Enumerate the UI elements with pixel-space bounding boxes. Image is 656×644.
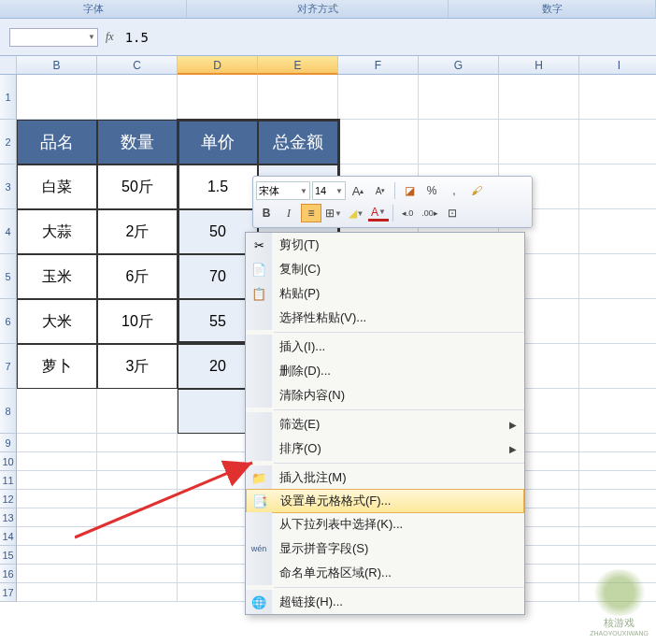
row-header-11[interactable]: 11 — [0, 471, 17, 490]
menu-copy[interactable]: 📄复制(C) — [246, 257, 524, 281]
row-header-4[interactable]: 4 — [0, 209, 17, 254]
font-color-button[interactable]: A▼ — [368, 206, 389, 222]
menu-paste-special[interactable]: 选择性粘贴(V)... — [246, 306, 524, 330]
col-header-F[interactable]: F — [338, 56, 419, 75]
row-header-10[interactable]: 10 — [0, 452, 17, 471]
font-size-dropdown[interactable]: 14▼ — [312, 181, 346, 200]
shrink-font-button[interactable]: A▾ — [370, 181, 391, 200]
menu-name-range[interactable]: 命名单元格区域(R)... — [246, 561, 524, 585]
decrease-decimal-button[interactable]: .00▸ — [420, 204, 440, 222]
cell-I3[interactable] — [579, 165, 656, 209]
row-header-6[interactable]: 6 — [0, 299, 17, 344]
cell-B15[interactable] — [17, 546, 97, 565]
formula-input[interactable] — [121, 30, 656, 45]
col-header-B[interactable]: B — [17, 56, 97, 75]
cell-C8[interactable] — [97, 389, 178, 434]
cell-B14[interactable] — [17, 527, 97, 546]
cell-F2[interactable] — [338, 120, 419, 165]
cell-C14[interactable] — [97, 527, 178, 546]
cell-B10[interactable] — [17, 452, 97, 471]
grow-font-button[interactable]: A▴ — [348, 181, 368, 200]
cell-B1[interactable] — [17, 75, 97, 120]
cell-B11[interactable] — [17, 471, 97, 490]
cell-B5[interactable]: 玉米 — [17, 254, 97, 299]
row-header-7[interactable]: 7 — [0, 344, 17, 389]
row-header-12[interactable]: 12 — [0, 490, 17, 508]
cell-C11[interactable] — [97, 471, 178, 490]
row-header-8[interactable]: 8 — [0, 389, 17, 434]
cell-I7[interactable] — [579, 344, 656, 389]
border-button[interactable]: ⊞▼ — [323, 204, 344, 222]
menu-hyperlink[interactable]: 🌐超链接(H)... — [246, 590, 524, 614]
cell-B9[interactable] — [17, 434, 97, 452]
cell-B16[interactable] — [17, 565, 97, 583]
col-header-G[interactable]: G — [419, 56, 499, 75]
cell-style-button[interactable]: ◪ — [399, 181, 420, 200]
cell-C10[interactable] — [97, 452, 178, 471]
cell-B2[interactable]: 品名 — [17, 120, 97, 165]
merge-button[interactable]: ⊡ — [442, 204, 463, 222]
cell-I1[interactable] — [579, 75, 656, 120]
cell-B12[interactable] — [17, 490, 97, 508]
cell-C16[interactable] — [97, 565, 178, 583]
cell-H1[interactable] — [499, 75, 579, 120]
row-header-15[interactable]: 15 — [0, 546, 17, 565]
cell-I10[interactable] — [579, 452, 656, 471]
cell-E1[interactable] — [258, 75, 338, 120]
cell-C4[interactable]: 2斤 — [97, 209, 178, 254]
cell-I6[interactable] — [579, 299, 656, 344]
row-header-5[interactable]: 5 — [0, 254, 17, 299]
menu-paste[interactable]: 📋粘贴(P) — [246, 281, 524, 306]
cell-I12[interactable] — [579, 490, 656, 508]
font-family-dropdown[interactable]: 宋体▼ — [256, 181, 310, 200]
italic-button[interactable]: I — [278, 204, 299, 222]
cell-H2[interactable] — [499, 120, 579, 165]
fill-color-button[interactable]: ◢▼ — [346, 204, 366, 222]
cell-F1[interactable] — [338, 75, 419, 120]
menu-insert-comment[interactable]: 📁插入批注(M) — [246, 465, 524, 490]
increase-decimal-button[interactable]: ◂.0 — [397, 204, 418, 222]
row-header-16[interactable]: 16 — [0, 565, 17, 583]
center-button[interactable]: ≡ — [301, 204, 321, 222]
cell-D1[interactable] — [178, 75, 258, 120]
cell-B3[interactable]: 白菜 — [17, 165, 97, 209]
bold-button[interactable]: B — [256, 204, 277, 222]
cell-C6[interactable]: 10斤 — [97, 299, 178, 344]
select-all-corner[interactable] — [0, 56, 17, 75]
cell-E2[interactable]: 总金额 — [258, 120, 338, 165]
cell-C7[interactable]: 3斤 — [97, 344, 178, 389]
menu-delete[interactable]: 删除(D)... — [246, 359, 524, 383]
cell-B4[interactable]: 大蒜 — [17, 209, 97, 254]
row-header-1[interactable]: 1 — [0, 75, 17, 120]
row-header-2[interactable]: 2 — [0, 120, 17, 165]
cell-I8[interactable] — [579, 389, 656, 434]
menu-sort[interactable]: 排序(O)▶ — [246, 436, 524, 461]
cell-C13[interactable] — [97, 508, 178, 527]
col-header-D[interactable]: D — [178, 56, 258, 75]
menu-clear[interactable]: 清除内容(N) — [246, 383, 524, 408]
menu-format-cells[interactable]: 📑设置单元格格式(F)... — [246, 489, 524, 513]
col-header-I[interactable]: I — [579, 56, 656, 75]
cell-C12[interactable] — [97, 490, 178, 508]
col-header-C[interactable]: C — [97, 56, 178, 75]
cell-I9[interactable] — [579, 434, 656, 452]
row-header-17[interactable]: 17 — [0, 583, 17, 602]
percent-button[interactable]: % — [421, 181, 442, 200]
cell-G1[interactable] — [419, 75, 499, 120]
col-header-H[interactable]: H — [499, 56, 579, 75]
cell-C17[interactable] — [97, 583, 178, 602]
cell-C1[interactable] — [97, 75, 178, 120]
menu-dropdown-list[interactable]: 从下拉列表中选择(K)... — [246, 512, 524, 537]
cell-B8[interactable] — [17, 389, 97, 434]
cell-C3[interactable]: 50斤 — [97, 165, 178, 209]
comma-button[interactable]: , — [444, 181, 464, 200]
cell-G2[interactable] — [419, 120, 499, 165]
name-box[interactable]: ▼ — [9, 28, 98, 47]
cell-C15[interactable] — [97, 546, 178, 565]
cell-C9[interactable] — [97, 434, 178, 452]
cell-D2[interactable]: 单价 — [178, 120, 258, 165]
cell-I14[interactable] — [579, 527, 656, 546]
cell-B6[interactable]: 大米 — [17, 299, 97, 344]
cell-I13[interactable] — [579, 508, 656, 527]
cell-I5[interactable] — [579, 254, 656, 299]
